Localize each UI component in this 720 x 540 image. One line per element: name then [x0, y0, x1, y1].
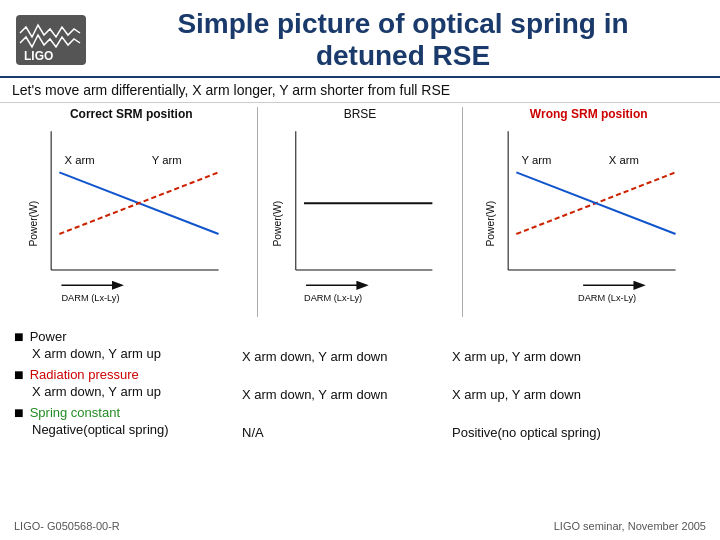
bullet-spring-right: Positive(no optical spring) [434, 405, 706, 441]
diagram-wrong: Wrong SRM position Power(W) Y arm X arm … [463, 107, 714, 317]
bullet-radiation-row: ■ Radiation pressure X arm down, Y arm u… [14, 367, 706, 403]
bullet-spring-sub-right: Positive(no optical spring) [434, 425, 706, 440]
svg-text:Y arm: Y arm [522, 155, 552, 167]
bullet-spring-dot: ■ [14, 405, 24, 421]
diagrams-area: Correct SRM position Power(W) X arm Y ar… [0, 103, 720, 323]
bullet-power-right: X arm up, Y arm down [434, 329, 706, 365]
diagram-brse: BRSE Power(W) DARM (Lx-Ly) [258, 107, 463, 317]
bullet-power-sub-left: X arm down, Y arm up [14, 346, 224, 361]
brse-label: BRSE [344, 107, 377, 121]
bullet-power-label-col: ■ Power X arm down, Y arm up [14, 329, 224, 362]
bullets-section: ■ Power X arm down, Y arm up X arm down,… [0, 323, 720, 447]
bullet-radiation-right: X arm up, Y arm down [434, 367, 706, 403]
svg-text:Power(W): Power(W) [272, 201, 283, 247]
wrong-srm-label: Wrong SRM position [530, 107, 648, 121]
header: LIGO Simple picture of optical spring in… [0, 0, 720, 78]
bullet-power-sub-mid: X arm down, Y arm down [224, 349, 434, 364]
bullet-power-mid: X arm down, Y arm down [224, 329, 434, 365]
bullet-power-sub-right: X arm up, Y arm down [434, 349, 706, 364]
bullet-spring-sub-mid: N/A [224, 425, 434, 440]
bullet-spring-title: Spring constant [30, 405, 120, 420]
correct-srm-label: Correct SRM position [70, 107, 193, 121]
svg-text:DARM (Lx-Ly): DARM (Lx-Ly) [304, 293, 362, 303]
footer-right: LIGO seminar, November 2005 [554, 520, 706, 532]
svg-text:DARM (Lx-Ly): DARM (Lx-Ly) [61, 293, 119, 303]
correct-diagram-svg: Power(W) X arm Y arm DARM (Lx-Ly) [6, 121, 257, 311]
bullet-radiation-label-col: ■ Radiation pressure X arm down, Y arm u… [14, 367, 224, 400]
bullet-radiation-title: Radiation pressure [30, 367, 139, 382]
svg-text:Power(W): Power(W) [28, 201, 39, 247]
svg-text:Power(W): Power(W) [485, 201, 496, 247]
svg-text:Y arm: Y arm [152, 155, 182, 167]
svg-text:DARM (Lx-Ly): DARM (Lx-Ly) [578, 293, 636, 303]
bullet-radiation-dot: ■ [14, 367, 24, 383]
svg-text:X arm: X arm [609, 155, 639, 167]
brse-diagram-svg: Power(W) DARM (Lx-Ly) [258, 121, 463, 311]
subtitle: Let's move arm differentially, X arm lon… [0, 78, 720, 103]
wrong-diagram-svg: Power(W) Y arm X arm DARM (Lx-Ly) [463, 121, 714, 311]
svg-text:X arm: X arm [65, 155, 95, 167]
bullet-power-dot: ■ [14, 329, 24, 345]
footer-left: LIGO- G050568-00-R [14, 520, 120, 532]
bullet-spring-sub-left: Negative(optical spring) [14, 422, 224, 437]
svg-text:LIGO: LIGO [24, 49, 53, 63]
bullet-spring-label-col: ■ Spring constant Negative(optical sprin… [14, 405, 224, 438]
bullet-power-title: Power [30, 329, 67, 344]
bullet-radiation-sub-right: X arm up, Y arm down [434, 387, 706, 402]
ligo-logo: LIGO [16, 15, 86, 65]
diagram-correct: Correct SRM position Power(W) X arm Y ar… [6, 107, 257, 317]
footer: LIGO- G050568-00-R LIGO seminar, Novembe… [0, 514, 720, 536]
bullet-radiation-mid: X arm down, Y arm down [224, 367, 434, 403]
bullet-radiation-sub-mid: X arm down, Y arm down [224, 387, 434, 402]
bullet-spring-mid: N/A [224, 405, 434, 441]
bullet-power-row: ■ Power X arm down, Y arm up X arm down,… [14, 329, 706, 365]
bullet-radiation-sub-left: X arm down, Y arm up [14, 384, 224, 399]
page-title: Simple picture of optical spring in detu… [102, 8, 704, 72]
bullet-spring-row: ■ Spring constant Negative(optical sprin… [14, 405, 706, 441]
